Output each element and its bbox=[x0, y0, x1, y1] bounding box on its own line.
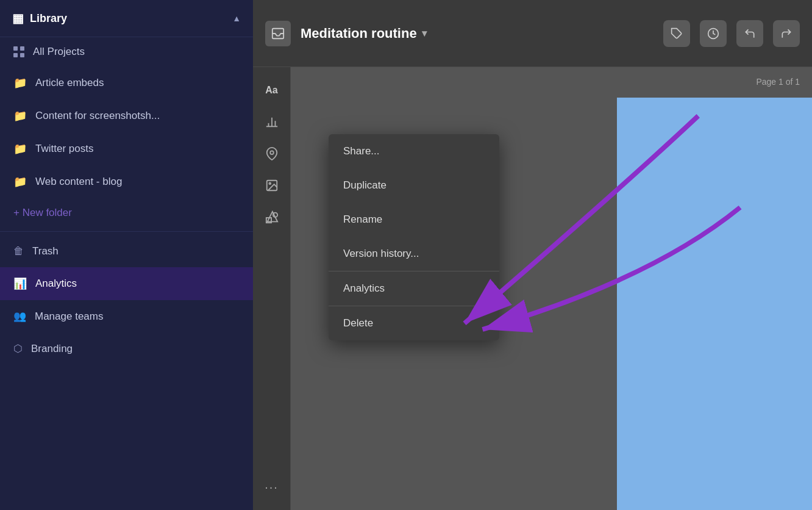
clock-button[interactable] bbox=[700, 20, 727, 47]
trash-label: Trash bbox=[32, 245, 59, 257]
sidebar: ▦ Library ▲ All Projects 📁 Article embed… bbox=[0, 0, 253, 510]
svg-point-9 bbox=[269, 182, 271, 184]
dropdown-item-share[interactable]: Share... bbox=[329, 134, 499, 168]
canvas-content bbox=[617, 98, 812, 510]
manage-teams-label: Manage teams bbox=[35, 311, 103, 323]
sidebar-item-article-embeds[interactable]: 📁 Article embeds bbox=[0, 66, 253, 99]
folder-icon: 📁 bbox=[13, 76, 27, 90]
chart-icon bbox=[265, 115, 279, 129]
sidebar-title-group: ▦ Library bbox=[12, 11, 67, 26]
trash-icon: 🗑 bbox=[13, 245, 24, 257]
sidebar-item-twitter-posts[interactable]: 📁 Twitter posts bbox=[0, 132, 253, 165]
more-options-button[interactable]: ··· bbox=[258, 473, 285, 500]
text-tool-icon: Aa bbox=[265, 85, 277, 96]
map-tool-button[interactable] bbox=[258, 140, 285, 167]
dropdown-item-version-history[interactable]: Version history... bbox=[329, 237, 499, 271]
image-icon bbox=[265, 179, 279, 192]
page-label: Page 1 of 1 bbox=[756, 77, 800, 87]
grid-icon bbox=[13, 46, 24, 57]
dropdown-item-analytics[interactable]: Analytics bbox=[329, 271, 499, 306]
shapes-icon bbox=[265, 210, 279, 224]
undo-button[interactable] bbox=[736, 20, 763, 47]
chevron-down-icon: ▾ bbox=[422, 27, 427, 39]
library-icon: ▦ bbox=[12, 11, 24, 26]
sidebar-item-manage-teams[interactable]: 👥 Manage teams bbox=[0, 300, 253, 332]
analytics-icon: 📊 bbox=[13, 277, 27, 290]
sidebar-item-branding[interactable]: ⬡ Branding bbox=[0, 332, 253, 365]
dropdown-item-rename[interactable]: Rename bbox=[329, 203, 499, 237]
sidebar-item-all-projects[interactable]: All Projects bbox=[0, 37, 253, 66]
main-area: Meditation routine ▾ bbox=[253, 0, 812, 510]
new-folder-label: + New folder bbox=[13, 207, 72, 219]
inbox-icon bbox=[265, 21, 291, 46]
folder-icon: 📁 bbox=[13, 109, 27, 123]
text-tool-button[interactable]: Aa bbox=[258, 77, 285, 104]
teams-icon: 👥 bbox=[13, 310, 26, 323]
svg-point-7 bbox=[270, 151, 274, 154]
dropdown-item-delete[interactable]: Delete bbox=[329, 306, 499, 340]
shapes-tool-button[interactable] bbox=[258, 204, 285, 231]
dropdown-menu: Share... Duplicate Rename Version histor… bbox=[329, 134, 499, 340]
left-panel: Aa bbox=[253, 67, 291, 510]
branding-icon: ⬡ bbox=[13, 342, 23, 355]
dropdown-item-duplicate[interactable]: Duplicate bbox=[329, 168, 499, 203]
article-embeds-label: Article embeds bbox=[35, 77, 104, 89]
branding-label: Branding bbox=[31, 343, 73, 355]
sidebar-item-trash[interactable]: 🗑 Trash bbox=[0, 235, 253, 267]
redo-button[interactable] bbox=[773, 20, 800, 47]
collapse-icon[interactable]: ▲ bbox=[232, 13, 241, 23]
sidebar-item-content-screenshots[interactable]: 📁 Content for screenshotsh... bbox=[0, 99, 253, 132]
more-options-icon: ··· bbox=[265, 480, 279, 494]
sidebar-title: Library bbox=[30, 12, 67, 25]
content-screenshots-label: Content for screenshotsh... bbox=[35, 110, 160, 122]
new-folder-button[interactable]: + New folder bbox=[0, 198, 253, 228]
map-icon bbox=[265, 147, 279, 160]
sidebar-item-analytics[interactable]: 📊 Analytics bbox=[0, 267, 253, 300]
analytics-label: Analytics bbox=[35, 278, 77, 290]
image-tool-button[interactable] bbox=[258, 172, 285, 199]
twitter-posts-label: Twitter posts bbox=[35, 143, 93, 155]
chart-tool-button[interactable] bbox=[258, 109, 285, 135]
sidebar-item-web-content-blog[interactable]: 📁 Web content - blog bbox=[0, 165, 253, 198]
sidebar-header: ▦ Library ▲ bbox=[0, 0, 253, 37]
project-title-text: Meditation routine bbox=[301, 26, 417, 41]
canvas-area[interactable]: Page 1 of 1 Share... Duplicate Rename Ve… bbox=[291, 67, 812, 510]
all-projects-label: All Projects bbox=[33, 46, 85, 58]
project-title-button[interactable]: Meditation routine ▾ bbox=[301, 26, 427, 41]
web-content-blog-label: Web content - blog bbox=[35, 176, 122, 188]
tag-button[interactable] bbox=[663, 20, 690, 47]
toolbar: Meditation routine ▾ bbox=[253, 0, 812, 67]
folder-icon: 📁 bbox=[13, 142, 27, 156]
divider-1 bbox=[0, 231, 253, 232]
folder-icon: 📁 bbox=[13, 175, 27, 189]
